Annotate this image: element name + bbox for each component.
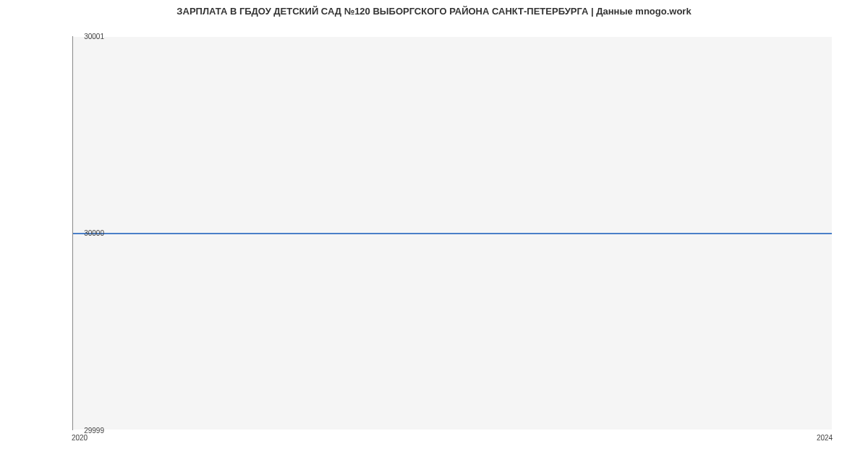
gridline-top	[73, 36, 832, 37]
x-axis-tick: 2024	[817, 434, 833, 442]
plot-background	[72, 36, 832, 430]
y-axis-tick: 29999	[84, 427, 104, 435]
chart-plot-area	[72, 36, 832, 430]
y-axis-tick: 30001	[84, 33, 104, 40]
data-series-line	[73, 233, 832, 234]
x-axis-tick: 2020	[72, 434, 88, 442]
y-axis-tick: 30000	[84, 229, 104, 237]
gridline-bottom	[73, 430, 832, 430]
chart-title: ЗАРПЛАТА В ГБДОУ ДЕТСКИЙ САД №120 ВЫБОРГ…	[0, 0, 868, 20]
